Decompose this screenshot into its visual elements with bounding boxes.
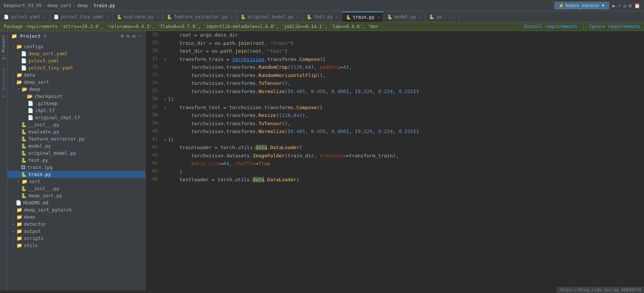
- ignore-requirements-button[interactable]: Ignore requirements: [589, 24, 640, 29]
- line-number: 29: [146, 39, 162, 47]
- tree-item-train-py[interactable]: 🐍 train.py: [7, 171, 145, 178]
- code-line-36: 36 ▾ ]): [146, 95, 644, 104]
- close-icon[interactable]: ✕: [231, 15, 233, 19]
- py-icon: 🐍: [21, 122, 27, 127]
- tree-label: deep_sort_pytorch: [24, 207, 72, 213]
- tree-item-checkpoint[interactable]: ▾ 📂 checkpoint: [7, 93, 145, 100]
- panel-tab-structure[interactable]: Z: Structure: [0, 66, 7, 100]
- tree-item-deep[interactable]: ▾ 📂 deep: [7, 86, 145, 93]
- tree-item-ckpt[interactable]: 📄 ckpt.t7: [7, 107, 145, 114]
- line-code: ]): [168, 95, 644, 104]
- close-icon[interactable]: ✕: [453, 15, 455, 19]
- arrow-icon: ▸: [10, 243, 16, 247]
- code-editor[interactable]: 28 root = args.data_dir 29 train_dir = o…: [146, 31, 644, 290]
- tree-item-original-ckpt[interactable]: 📄 original_ckpt.t7: [7, 114, 145, 121]
- line-number: 40: [146, 127, 162, 136]
- tree-item-scripts[interactable]: ▸ 📁 scripts: [7, 235, 145, 242]
- tree-item-configs[interactable]: ▾ 📂 configs: [7, 43, 145, 50]
- tree-item-original-model-py[interactable]: 🐍 original_model.py: [7, 149, 145, 157]
- tree-item-yolov3-yaml[interactable]: 📄 yolov3.yaml: [7, 57, 145, 64]
- tree-item-data[interactable]: ▸ 📁 data: [7, 71, 145, 78]
- line-code: torchvision.transforms.Normalize([0.485,…: [168, 87, 644, 96]
- code-line-28: 28 root = args.data_dir: [146, 31, 644, 39]
- close-icon[interactable]: ✕: [107, 15, 109, 19]
- tree-label: test.py: [28, 157, 48, 163]
- clock-icon[interactable]: ⏰: [634, 3, 640, 9]
- tab-label: evaluate.py: [124, 14, 153, 19]
- tab-label: yolov3_tiny.yaml: [61, 14, 104, 19]
- run-icon[interactable]: ▶: [612, 3, 615, 9]
- tree-label: yolov3_tiny.yaml: [28, 65, 73, 71]
- tree-item-model-py[interactable]: 🐍 model.py: [7, 142, 145, 149]
- breadcrumb-part-3: deep: [77, 3, 88, 8]
- arrow-icon: ▾: [10, 44, 16, 49]
- tree-item-readme[interactable]: 📄 README.md: [7, 199, 145, 206]
- line-number: 28: [146, 31, 162, 39]
- debug-icon[interactable]: ⚡: [618, 3, 621, 9]
- py-icon: 🐍: [21, 129, 27, 135]
- fold-gutter: [162, 71, 168, 80]
- tab-original-model-py[interactable]: 🐍 original_model.py ✕: [237, 12, 303, 22]
- tree-label: .gitkeep: [35, 101, 57, 106]
- py-icon: 🐍: [21, 143, 27, 149]
- tree-item-sort[interactable]: ▸ 📁 sort: [7, 178, 145, 185]
- tree-item-gitkeep[interactable]: 📄 .gitkeep: [7, 100, 145, 107]
- tab-yolov3-yaml[interactable]: 📄 yolov3.yaml ✕: [0, 12, 50, 22]
- line-number: 34: [146, 79, 162, 87]
- fold-gutter: [162, 127, 168, 136]
- tree-item-demo[interactable]: ▸ 📁 demo: [7, 213, 145, 220]
- fold-gutter: [162, 168, 168, 176]
- feature-extractor-button[interactable]: ⚡ feature_extractor ▼: [554, 2, 610, 9]
- tree-item-yolov3-tiny-yaml[interactable]: 📄 yolov3_tiny.yaml: [7, 64, 145, 71]
- tree-item-test-py[interactable]: 🐍 test.py: [7, 157, 145, 164]
- line-code: torchvision.transforms.RandomHorizontalF…: [168, 71, 644, 80]
- close-icon[interactable]: ✕: [336, 15, 338, 19]
- close-icon[interactable]: ✕: [157, 15, 159, 19]
- tab-test-py[interactable]: 🐍 test.py ✕: [303, 12, 342, 22]
- tree-label: scripts: [24, 235, 44, 241]
- tab-model-py[interactable]: 🐍 model.py ✕: [384, 12, 425, 22]
- tree-item-utils[interactable]: ▸ 📁 utils: [7, 242, 145, 249]
- settings-icon[interactable]: ⚙: [132, 33, 135, 39]
- close-icon[interactable]: ✕: [419, 15, 421, 19]
- tab-yolov3-tiny-yaml[interactable]: 📄 yolov3_tiny.yaml ✕: [50, 12, 113, 22]
- tab-train-py[interactable]: 🐍 train.py ✕: [342, 12, 384, 22]
- py-icon: 🐍: [21, 157, 27, 163]
- tree-item-deep-sort[interactable]: ▾ 📂 deep_sort: [7, 78, 145, 86]
- yaml-file-icon: 📄: [21, 51, 27, 56]
- tree-item-evaluate-py[interactable]: 🐍 evaluate.py: [7, 128, 145, 135]
- tree-item-train-jpg[interactable]: 🖼 train.jpg: [7, 164, 145, 171]
- add-icon[interactable]: ⊕: [121, 33, 124, 39]
- close-icon[interactable]: ✕: [43, 15, 46, 19]
- tab-evaluate-py[interactable]: 🐍 evaluate.py ✕: [113, 12, 163, 22]
- tree-item-init-py[interactable]: 🐍 __init__.py: [7, 121, 145, 128]
- tree-item-sort-init[interactable]: 🐍 __init__.py: [7, 185, 145, 192]
- close-icon[interactable]: ✕: [377, 15, 379, 19]
- install-requirements-button[interactable]: Install requirements: [523, 24, 578, 29]
- file-icon: 📄: [28, 115, 34, 120]
- tree-label: model.py: [28, 143, 51, 149]
- arrow-icon: ▸: [10, 229, 16, 233]
- tree-label: yolov3.yaml: [28, 58, 59, 64]
- tree-item-detector[interactable]: ▸ 📁 detector: [7, 220, 145, 228]
- minimize-icon[interactable]: −: [138, 33, 141, 39]
- line-number: 39: [146, 120, 162, 128]
- settings-icon[interactable]: ⚙: [629, 3, 632, 9]
- refresh-icon[interactable]: ↺: [623, 3, 626, 9]
- tree-item-deep-sort-pytorch[interactable]: ▸ 📁 deep_sort_pytorch: [7, 206, 145, 213]
- panel-tab-project[interactable]: 1: Project: [0, 33, 7, 62]
- fold-gutter: [162, 63, 168, 71]
- tree-item-output[interactable]: ▸ 📁 output: [7, 228, 145, 235]
- tree-item-deep-sort-yaml[interactable]: 📄 deep_sort.yaml: [7, 50, 145, 57]
- tree-item-feature-extractor-py[interactable]: 🐍 feature_extractor.py: [7, 135, 145, 142]
- code-line-38: 38 torchvision.transforms.Resize((128,64…: [146, 111, 644, 120]
- tab-im[interactable]: 🐍 im... ✕: [425, 12, 459, 22]
- collapse-icon[interactable]: ⇆: [127, 33, 130, 39]
- tree-item-deep-sort-py[interactable]: 🐍 deep_sort.py: [7, 192, 145, 199]
- line-number: 36: [146, 95, 162, 104]
- py-icon: 🐍: [429, 15, 434, 19]
- line-code: torchvision.datasets.ImageFolder(train_d…: [168, 152, 644, 160]
- py-icon: 🐍: [307, 15, 312, 19]
- tab-feature-extractor-py[interactable]: 🐍 feature_extractor.py ✕: [163, 12, 237, 22]
- close-icon[interactable]: ✕: [297, 15, 299, 19]
